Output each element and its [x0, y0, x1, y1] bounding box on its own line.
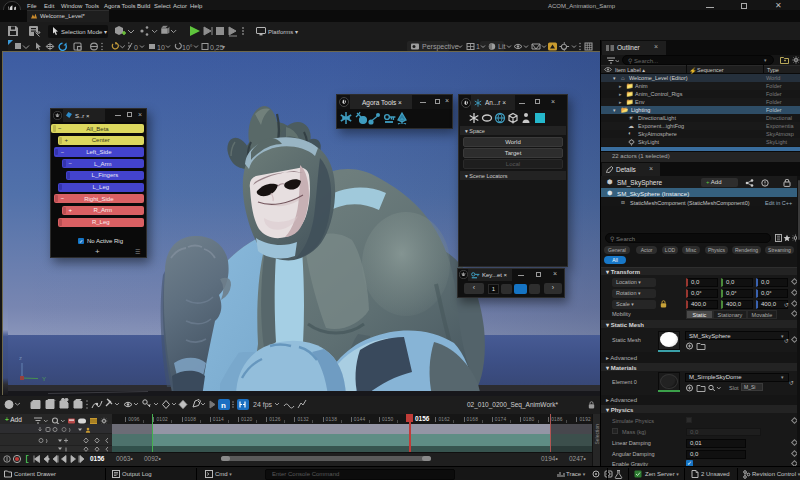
svg-text:0: 0: [134, 43, 138, 50]
svg-text:10: 10: [157, 43, 165, 50]
svg-text:Y: Y: [42, 376, 46, 382]
svg-text:1: 1: [476, 43, 480, 50]
svg-text:Perspective: Perspective: [422, 43, 459, 51]
svg-text:z: z: [19, 355, 22, 361]
svg-text:n: n: [221, 401, 226, 410]
svg-text:10°: 10°: [182, 43, 193, 50]
svg-text:24 fps: 24 fps: [253, 401, 273, 409]
svg-text:Lit: Lit: [498, 43, 505, 50]
